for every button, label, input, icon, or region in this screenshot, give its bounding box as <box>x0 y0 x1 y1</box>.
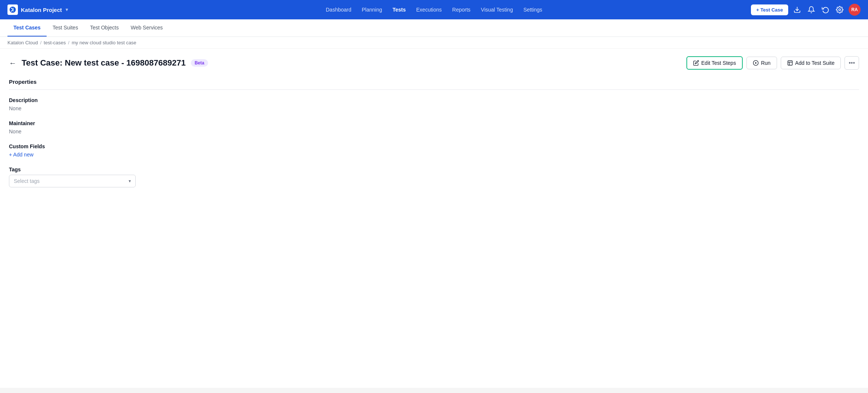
user-avatar[interactable]: RA <box>849 4 861 16</box>
tags-label: Tags <box>9 167 859 172</box>
page-header-right: Edit Test Steps Run Add to Test Suite ••… <box>686 56 859 70</box>
run-icon <box>753 60 759 66</box>
edit-test-steps-button[interactable]: Edit Test Steps <box>686 56 743 70</box>
katalon-logo-icon <box>7 4 18 15</box>
add-to-suite-icon <box>787 60 793 66</box>
tags-field-group: Tags Select tags ▾ <box>9 167 859 187</box>
custom-fields-group: Custom Fields + Add new <box>9 143 859 158</box>
beta-badge: Beta <box>191 59 208 67</box>
description-label: Description <box>9 97 859 103</box>
settings-icon-button[interactable] <box>834 4 845 15</box>
brand-logo[interactable]: Katalon Project ▾ <box>7 4 68 15</box>
add-to-test-suite-button[interactable]: Add to Test Suite <box>781 57 841 69</box>
top-navigation: Katalon Project ▾ Dashboard Planning Tes… <box>0 0 868 19</box>
run-label: Run <box>761 60 771 66</box>
nav-planning[interactable]: Planning <box>357 4 387 15</box>
breadcrumb-current: my new cloud studio test case <box>72 40 136 45</box>
description-value: None <box>9 105 859 111</box>
history-icon-button[interactable] <box>820 4 831 15</box>
add-custom-field-button[interactable]: + Add new <box>9 152 34 158</box>
page-header: ← Test Case: New test case - 16980876892… <box>9 56 859 70</box>
sub-navigation: Test Cases Test Suites Test Objects Web … <box>0 19 868 37</box>
svg-rect-5 <box>788 61 792 65</box>
main-nav-links: Dashboard Planning Tests Executions Repo… <box>321 4 547 15</box>
page-header-left: ← Test Case: New test case - 16980876892… <box>9 58 208 68</box>
tab-test-cases[interactable]: Test Cases <box>7 19 47 37</box>
brand-name: Katalon Project <box>21 7 62 13</box>
properties-title: Properties <box>9 79 859 90</box>
svg-point-0 <box>10 7 16 13</box>
tags-placeholder: Select tags <box>14 178 40 184</box>
notifications-icon-button[interactable] <box>806 4 817 15</box>
nav-executions[interactable]: Executions <box>412 4 446 15</box>
more-options-button[interactable]: ••• <box>845 56 859 70</box>
add-to-suite-label: Add to Test Suite <box>795 60 835 66</box>
nav-right-actions: + Test Case RA <box>751 4 861 16</box>
breadcrumb-sep-1: / <box>40 40 42 45</box>
main-content: ← Test Case: New test case - 16980876892… <box>0 49 868 388</box>
breadcrumb: Katalon Cloud / test-cases / my new clou… <box>0 37 868 49</box>
nav-visual-testing[interactable]: Visual Testing <box>477 4 518 15</box>
edit-test-steps-label: Edit Test Steps <box>701 60 736 66</box>
add-new-label: + Add new <box>9 152 34 158</box>
maintainer-value: None <box>9 129 859 134</box>
nav-reports[interactable]: Reports <box>448 4 475 15</box>
nav-settings[interactable]: Settings <box>519 4 547 15</box>
breadcrumb-test-cases[interactable]: test-cases <box>44 40 66 45</box>
tab-web-services[interactable]: Web Services <box>125 19 169 37</box>
svg-point-2 <box>839 9 841 11</box>
tags-select[interactable]: Select tags ▾ <box>9 175 136 187</box>
back-button[interactable]: ← <box>9 59 16 67</box>
run-button[interactable]: Run <box>746 57 777 69</box>
download-icon-button[interactable] <box>792 4 802 15</box>
breadcrumb-katalon-cloud[interactable]: Katalon Cloud <box>7 40 38 45</box>
nav-tests[interactable]: Tests <box>388 4 411 15</box>
brand-dropdown-icon: ▾ <box>66 7 68 12</box>
maintainer-field-group: Maintainer None <box>9 120 859 134</box>
tab-test-objects[interactable]: Test Objects <box>84 19 125 37</box>
tab-test-suites[interactable]: Test Suites <box>47 19 84 37</box>
svg-marker-4 <box>755 62 757 64</box>
tags-chevron-icon: ▾ <box>129 178 131 184</box>
nav-dashboard[interactable]: Dashboard <box>321 4 356 15</box>
properties-section: Properties Description None Maintainer N… <box>9 79 859 187</box>
edit-icon <box>693 60 699 66</box>
page-title: Test Case: New test case - 1698087689271 <box>22 58 186 68</box>
breadcrumb-sep-2: / <box>68 40 70 45</box>
new-test-case-button[interactable]: + Test Case <box>751 4 788 15</box>
description-field-group: Description None <box>9 97 859 111</box>
maintainer-label: Maintainer <box>9 120 859 126</box>
custom-fields-label: Custom Fields <box>9 143 859 149</box>
